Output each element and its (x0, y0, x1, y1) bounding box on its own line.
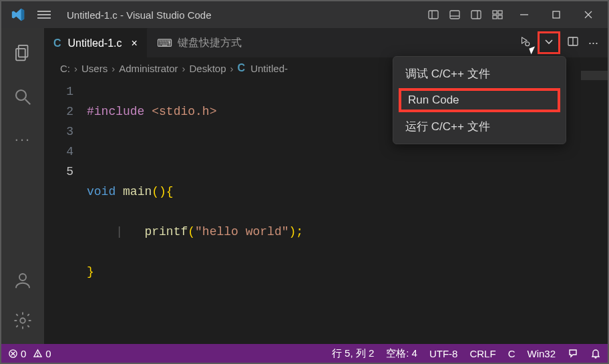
layout-right-icon[interactable] (467, 6, 485, 23)
activity-bar: ··· (1, 28, 44, 344)
split-editor-icon[interactable] (564, 33, 582, 53)
tab-active-label: Untitled-1.c (68, 37, 122, 49)
more-icon[interactable]: ··· (15, 131, 31, 148)
layout-grid-icon[interactable] (489, 6, 506, 23)
tab-shortcuts-label: 键盘快捷方式 (178, 36, 242, 50)
menu-button[interactable] (35, 6, 53, 23)
maximize-button[interactable] (549, 7, 564, 22)
close-button[interactable] (581, 7, 596, 22)
account-icon[interactable] (13, 270, 33, 293)
line-gutter: 1 2 3 4 5 (44, 79, 87, 344)
layout-left-icon[interactable] (425, 6, 442, 23)
status-language[interactable]: C (508, 348, 516, 359)
code-editor[interactable]: #include <stdio.h> void main(){ | printf… (87, 79, 303, 344)
tab-active[interactable]: C Untitled-1.c × (44, 28, 148, 57)
status-problems[interactable]: 0 0 (8, 348, 51, 359)
search-icon[interactable] (13, 87, 33, 110)
status-cursor-pos[interactable]: 行 5, 列 2 (332, 347, 374, 360)
svg-rect-11 (553, 11, 560, 18)
status-bar: 0 0 行 5, 列 2 空格: 4 UTF-8 CRLF C Win32 (1, 344, 608, 363)
minimize-button[interactable] (517, 7, 532, 22)
window-title: Untitled-1.c - Visual Studio Code (67, 9, 212, 21)
status-eol[interactable]: CRLF (469, 348, 495, 359)
line-number: 5 (44, 162, 73, 182)
status-encoding[interactable]: UTF-8 (429, 348, 458, 359)
run-dropdown-menu: 调试 C/C++ 文件 Run Code 运行 C/C++ 文件 (393, 56, 566, 144)
svg-point-19 (20, 318, 25, 323)
svg-rect-15 (16, 49, 25, 61)
tab-shortcuts[interactable]: ⌨ 键盘快捷方式 (148, 28, 252, 57)
tab-close-icon[interactable]: × (131, 37, 137, 49)
crumb[interactable]: C: (60, 63, 70, 74)
svg-rect-14 (19, 45, 28, 57)
svg-rect-9 (498, 15, 502, 19)
c-file-icon: C (53, 37, 61, 49)
svg-point-28 (37, 355, 38, 356)
line-number: 3 (44, 122, 73, 142)
menu-item-run-file[interactable]: 运行 C/C++ 文件 (393, 114, 566, 140)
layout-controls (425, 6, 506, 23)
editor-more-icon[interactable]: ··· (586, 33, 601, 53)
crumb[interactable]: Desktop (190, 63, 226, 74)
vscode-logo-icon (11, 7, 25, 22)
feedback-icon[interactable] (568, 348, 578, 359)
svg-point-21 (526, 42, 530, 46)
svg-point-18 (19, 274, 26, 281)
editor-area: C Untitled-1.c × ⌨ 键盘快捷方式 ··· ◤ C:› User… (44, 28, 608, 344)
tab-bar: C Untitled-1.c × ⌨ 键盘快捷方式 ··· (44, 28, 608, 57)
settings-gear-icon[interactable] (13, 311, 33, 333)
crumb[interactable]: Users (81, 63, 108, 74)
crumb-file[interactable]: Untitled- (250, 63, 288, 74)
menu-item-debug[interactable]: 调试 C/C++ 文件 (393, 61, 566, 87)
svg-rect-4 (471, 11, 481, 19)
svg-rect-0 (429, 11, 438, 19)
minimap[interactable] (584, 57, 608, 144)
line-number: 1 (44, 81, 73, 102)
layout-bottom-icon[interactable] (446, 6, 463, 23)
svg-rect-7 (498, 11, 502, 14)
title-bar: Untitled-1.c - Visual Studio Code (1, 1, 608, 28)
menu-item-run-code[interactable]: Run Code (399, 88, 560, 112)
svg-rect-2 (450, 11, 459, 19)
crumb[interactable]: Administrator (119, 63, 178, 74)
svg-rect-6 (493, 11, 497, 14)
svg-line-17 (25, 100, 31, 105)
svg-rect-8 (493, 15, 497, 19)
keyboard-icon: ⌨ (157, 37, 172, 49)
notifications-bell-icon[interactable] (590, 348, 601, 359)
window-controls (517, 7, 596, 22)
line-number: 4 (44, 142, 73, 162)
run-dropdown-chevron[interactable] (538, 31, 560, 54)
status-indent[interactable]: 空格: 4 (386, 347, 417, 360)
svg-point-16 (16, 90, 26, 100)
status-target[interactable]: Win32 (527, 348, 556, 359)
explorer-icon[interactable] (13, 43, 33, 65)
line-number: 2 (44, 102, 73, 122)
c-file-icon: C (238, 62, 246, 74)
